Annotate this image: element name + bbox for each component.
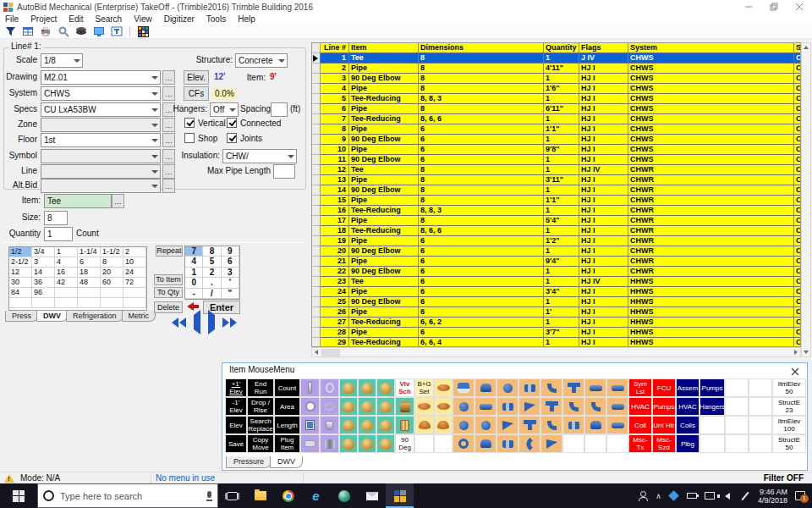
mousemenu-cell-empty[interactable] (725, 416, 749, 434)
table-cell[interactable]: 1 (544, 165, 579, 175)
display-icon[interactable] (705, 491, 715, 501)
numpad-key[interactable]: 4 (185, 257, 203, 267)
table-cell[interactable]: HJ I (579, 104, 628, 114)
mousemenu-cell-end-run[interactable]: EndRun (247, 378, 274, 397)
coupler-icon[interactable] (320, 434, 339, 453)
table-cell[interactable]: HJ I (579, 338, 628, 347)
mousemenu-cell-sym-lst[interactable]: Sym Lst (628, 378, 652, 397)
table-cell[interactable]: HJ I (579, 257, 628, 267)
mousemenu-cell-empty[interactable] (725, 434, 749, 453)
row-selector[interactable] (312, 114, 321, 124)
last-record-button[interactable] (222, 318, 237, 328)
numpad-key[interactable]: 6 (222, 257, 239, 267)
scroll-down-icon[interactable] (802, 348, 810, 356)
table-cell[interactable]: Tee-Reducing (349, 94, 419, 104)
size-tab-refrigeration[interactable]: Refrigeration (66, 311, 123, 322)
table-cell[interactable]: HJ I (579, 185, 628, 196)
mousemenu-cell-copy-move[interactable]: CopyMove (247, 434, 274, 453)
table-cell[interactable]: 1'1" (544, 196, 579, 206)
bball-icon[interactable] (475, 416, 497, 434)
table-cell[interactable]: C (794, 196, 801, 206)
table-cell[interactable]: 1 (544, 318, 579, 328)
mousemenu-cell-90-deg[interactable]: 90 Deg (395, 434, 414, 453)
table-cell[interactable]: 17 (321, 216, 349, 226)
column-header[interactable]: Dimensions (419, 43, 544, 53)
table-cell[interactable]: C (794, 155, 801, 165)
numpad-key[interactable]: / (203, 289, 221, 299)
mousemenu-cell-empty[interactable] (749, 434, 772, 453)
table-cell[interactable]: HJ I (579, 114, 628, 124)
table-cell[interactable]: C (794, 64, 801, 74)
table-cell[interactable]: HJ I (579, 206, 628, 216)
table-cell[interactable]: C (794, 216, 801, 226)
repeat-button[interactable]: Repeat (156, 246, 183, 257)
structure-combo[interactable]: Concrete (235, 53, 288, 68)
valve-icon[interactable] (339, 378, 358, 397)
row-selector[interactable] (312, 267, 321, 277)
table-cell[interactable]: 15 (321, 196, 349, 206)
table-cell[interactable]: 3 (321, 74, 349, 84)
mousemenu-cell-empty[interactable] (725, 378, 749, 397)
bball-icon[interactable] (497, 378, 518, 397)
elev-button[interactable]: Elev. (184, 70, 209, 85)
bcap-icon[interactable] (584, 416, 606, 434)
table-row[interactable]: 1490 Deg Elbow81HJ ICHWRC (312, 185, 800, 196)
table-cell[interactable]: CHWR (628, 226, 794, 236)
ring-icon[interactable] (320, 378, 339, 397)
table-vertical-scrollbar[interactable] (801, 42, 811, 357)
shop-checkbox[interactable] (184, 133, 195, 143)
table-cell[interactable]: C (794, 318, 801, 328)
menu-digitizer[interactable]: Digitizer (164, 14, 195, 24)
mousemenu-cell-pumps[interactable]: Pumps (700, 378, 725, 397)
table-row[interactable]: 1Tee81J IVCHWSC (312, 53, 800, 64)
spacing-input[interactable] (271, 102, 288, 117)
table-row[interactable]: 24Pipe63'4"HJ IHHWSC (312, 287, 800, 297)
bball-icon[interactable] (453, 397, 475, 416)
mousemenu-cell-hvac[interactable]: HVAC (676, 397, 700, 416)
valve-icon[interactable] (339, 416, 358, 434)
table-cell[interactable]: 14 (321, 185, 349, 196)
table-row[interactable]: 13Pipe83'11"HJ ICHWRC (312, 175, 800, 185)
table-cell[interactable]: 1 (544, 206, 579, 216)
notification-icon[interactable]: 1 (795, 491, 805, 501)
bcap-icon[interactable] (475, 434, 497, 453)
table-cell[interactable]: Pipe (349, 196, 419, 206)
size-cell[interactable]: 20 (101, 268, 123, 278)
column-header[interactable]: S (794, 43, 801, 53)
table-cell[interactable]: HJ IV (579, 277, 628, 287)
mousemenu-cell-vlv-sch[interactable]: Vlv Sch (395, 378, 414, 397)
size-cell[interactable] (78, 288, 101, 298)
table-cell[interactable]: 1 (544, 114, 579, 124)
mousemenu-cell-empty[interactable] (749, 397, 772, 416)
mousemenu-cell-pumps[interactable]: Pumps (652, 397, 676, 416)
table-cell[interactable]: HJ IV (579, 165, 628, 175)
table-cell[interactable]: 8 (419, 175, 544, 185)
table-cell[interactable]: 3'7" (544, 328, 579, 338)
row-selector[interactable] (312, 185, 321, 196)
table-cell[interactable]: C (794, 175, 801, 185)
numpad-key[interactable]: 3 (222, 268, 239, 278)
mousemenu-cell-coil[interactable]: Coil (628, 416, 652, 434)
floor-combo[interactable]: 1st (41, 133, 161, 147)
table-row[interactable]: 29Tee-Reducing6, 6, 41HJ IHHWSC (312, 338, 800, 347)
bred-icon[interactable] (518, 397, 540, 416)
drawing-combo[interactable]: M2.01 (41, 70, 161, 85)
size-cell[interactable] (9, 298, 32, 308)
table-cell[interactable]: HJ I (579, 226, 628, 236)
line-combo[interactable] (41, 164, 161, 179)
table-cell[interactable]: 8 (419, 185, 544, 196)
start-button[interactable] (0, 483, 37, 508)
table-cell[interactable]: Pipe (349, 145, 419, 155)
mousemenu-cell-plug-item[interactable]: PlugItem (274, 434, 300, 453)
table-cell[interactable]: 90 Deg Elbow (349, 74, 419, 84)
size-cell[interactable] (101, 298, 123, 308)
autobid-taskbar-button[interactable] (386, 483, 414, 508)
row-selector[interactable] (312, 236, 321, 246)
size-cell[interactable]: 1-1/2 (101, 247, 123, 257)
prev-record-button[interactable] (194, 315, 200, 330)
table-cell[interactable]: CHWS (628, 124, 794, 135)
table-cell[interactable]: CHWR (628, 206, 794, 216)
table-cell[interactable]: HJ I (579, 94, 628, 104)
mousemenu-cell-empty[interactable] (434, 434, 453, 453)
panel-icon[interactable] (300, 416, 320, 434)
